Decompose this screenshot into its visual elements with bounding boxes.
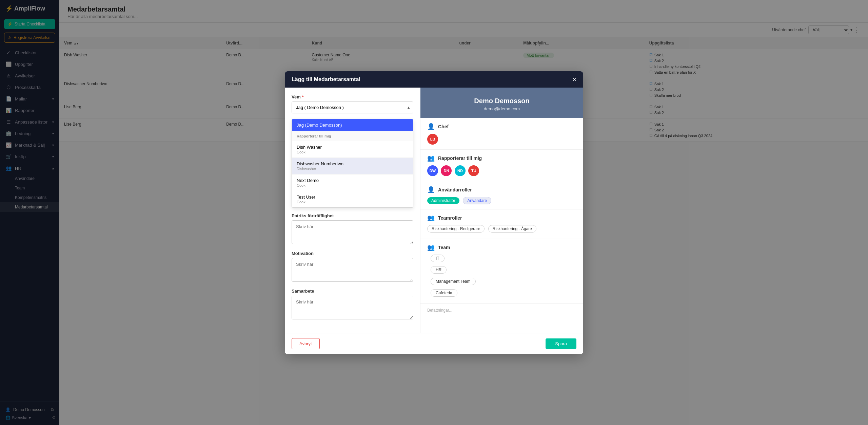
avatar: ND <box>455 165 466 176</box>
rapporterar-title-row: 👥 Rapporterar till mig <box>427 154 576 162</box>
motivation-form-group: Motivation <box>292 251 413 289</box>
dropdown-item-role: Dishwasher <box>297 167 408 171</box>
chef-icon: 👤 <box>427 123 435 130</box>
teamroller-title-row: 👥 Teamroller <box>427 214 576 222</box>
modal-dialog: Lägg till Medarbetarsamtal × Vem * Jag (… <box>285 71 583 354</box>
dropdown-item-role: Cook <box>297 183 408 187</box>
team-section: 👥 Team IT HR Management Team Cafeteria <box>420 239 583 304</box>
modal-header: Lägg till Medarbetarsamtal × <box>285 71 583 88</box>
dropdown-item-next-demo[interactable]: Next Demo Cook <box>292 174 413 191</box>
vem-select-wrapper: Jag ( Demo Demosson ) ▴ <box>292 101 413 113</box>
modal-body: Vem * Jag ( Demo Demosson ) ▴ Jag (Demo … <box>285 88 583 333</box>
team-title: Team <box>438 245 450 250</box>
teamroller-icon: 👥 <box>427 214 435 222</box>
teamroller-title: Teamroller <box>438 215 462 221</box>
avatar: LB <box>427 134 438 145</box>
list-item: HR <box>431 266 447 274</box>
dropdown-item-test-user[interactable]: Test User Cook <box>292 191 413 207</box>
chef-avatar-area: LB <box>427 134 576 145</box>
vem-form-group: Vem * Jag ( Demo Demosson ) ▴ <box>292 94 413 113</box>
modal-close-button[interactable]: × <box>572 76 576 83</box>
vem-select-display[interactable]: Jag ( Demo Demosson ) <box>292 101 413 113</box>
team-role-badges: Riskhantering - Redigerare Riskhantering… <box>427 225 576 234</box>
dropdown-item-jag[interactable]: Jag (Demo Demosson) <box>292 119 413 131</box>
patriks-form-group: Patriks förträfflighet <box>292 213 413 251</box>
chef-title-row: 👤 Chef <box>427 123 576 130</box>
list-item: IT <box>431 255 445 262</box>
avatar: TU <box>468 165 479 176</box>
chef-section: 👤 Chef LB <box>420 118 583 150</box>
anvandarroller-section: 👤 Användarroller Administratör Användare <box>420 181 583 209</box>
team-list: IT HR Management Team Cafeteria <box>427 255 576 299</box>
profile-name: Demo Demosson <box>427 97 576 105</box>
dropdown-item-name: Dishwasher Numbertwo <box>297 161 408 166</box>
anvandarroller-title: Användarroller <box>438 187 472 192</box>
rapporterar-title: Rapporterar till mig <box>438 155 482 161</box>
avatar: DW <box>427 165 438 176</box>
dropdown-item-name: Next Demo <box>297 178 408 183</box>
team-title-row: 👥 Team <box>427 244 576 251</box>
samarbete-textarea[interactable] <box>292 296 413 319</box>
role-user-badge: Användare <box>463 197 491 204</box>
dropdown-item-name: Dish Washer <box>297 145 408 150</box>
rapporterar-avatars: DW DN ND TU <box>427 165 576 176</box>
dropdown-item-dishwasher-numbertwo[interactable]: Dishwasher Numbertwo Dishwasher <box>292 158 413 174</box>
role-admin-badge: Administratör <box>427 197 459 204</box>
modal-overlay: Lägg till Medarbetarsamtal × Vem * Jag (… <box>0 0 868 425</box>
modal-right-panel: Demo Demosson demo@demo.com 👤 Chef LB <box>420 88 583 333</box>
anvandarroller-icon: 👤 <box>427 186 435 193</box>
patriks-textarea[interactable] <box>292 220 413 244</box>
dropdown-group-label: Rapporterar till mig <box>292 131 413 141</box>
rapporterar-icon: 👥 <box>427 154 435 162</box>
samarbete-form-group: Samarbete <box>292 289 413 326</box>
anvandarroller-title-row: 👤 Användarroller <box>427 186 576 193</box>
vem-dropdown-list: Jag (Demo Demosson) Rapporterar till mig… <box>292 119 413 208</box>
avbryt-button[interactable]: Avbryt <box>292 338 320 349</box>
avatar: DN <box>441 165 452 176</box>
scroll-hint: Befattningar... <box>420 304 583 317</box>
patriks-label: Patriks förträfflighet <box>292 213 413 218</box>
modal-left-panel: Vem * Jag ( Demo Demosson ) ▴ Jag (Demo … <box>285 88 420 333</box>
motivation-label: Motivation <box>292 251 413 256</box>
role-badges: Administratör Användare <box>427 197 576 204</box>
dropdown-item-role: Cook <box>297 150 408 154</box>
modal-title: Lägg till Medarbetarsamtal <box>292 76 360 82</box>
motivation-textarea[interactable] <box>292 258 413 282</box>
required-indicator: * <box>302 94 304 99</box>
team-role-badge: Riskhantering - Ägare <box>488 225 536 233</box>
spara-button[interactable]: Spara <box>546 338 576 349</box>
dropdown-item-dish-washer[interactable]: Dish Washer Cook <box>292 141 413 158</box>
dropdown-item-name: Test User <box>297 195 408 200</box>
teamroller-section: 👥 Teamroller Riskhantering - Redigerare … <box>420 209 583 239</box>
profile-email: demo@demo.com <box>427 106 576 111</box>
dropdown-item-role: Cook <box>297 200 408 204</box>
profile-banner: Demo Demosson demo@demo.com <box>420 88 583 118</box>
rapporterar-section: 👥 Rapporterar till mig DW DN ND TU <box>420 150 583 181</box>
list-item: Management Team <box>431 278 476 285</box>
samarbete-label: Samarbete <box>292 289 413 294</box>
team-role-badge: Riskhantering - Redigerare <box>427 225 485 233</box>
dropdown-item-label: Jag (Demo Demosson) <box>297 123 408 128</box>
list-item: Cafeteria <box>431 289 457 297</box>
chef-title: Chef <box>438 124 449 129</box>
team-icon: 👥 <box>427 244 435 251</box>
vem-label: Vem * <box>292 94 413 99</box>
modal-footer: Avbryt Spara <box>285 333 583 354</box>
